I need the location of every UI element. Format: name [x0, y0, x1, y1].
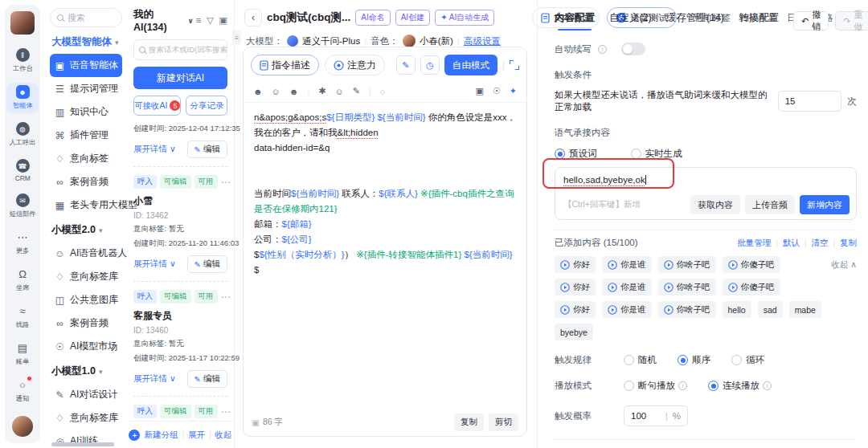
history-button[interactable]: ◷	[420, 55, 440, 75]
radio-realtime-generate[interactable]: 实时生成	[631, 148, 682, 160]
sidebar-item-提示词管理[interactable]: ☰提示词管理	[50, 77, 122, 100]
rail-item-短信部件[interactable]: ✉短信部件	[6, 193, 39, 219]
play-icon[interactable]	[608, 260, 617, 270]
robot-sparkle-icon[interactable]: ☺	[272, 87, 280, 96]
back-button[interactable]: ‹	[244, 9, 262, 26]
ai-list-item[interactable]: 呼入可编辑可用⋯客服专员ID: 13460意向标签: 暂无创建时间: 2025-…	[133, 282, 227, 397]
sort-icon[interactable]: ≡	[196, 15, 201, 26]
chevron-down-icon[interactable]: ∨	[187, 17, 193, 25]
get-content-button[interactable]: 获取内容	[690, 195, 740, 214]
advanced-settings-link[interactable]: 高级设置	[464, 35, 501, 47]
play-icon[interactable]	[608, 283, 617, 292]
preset-words-textarea[interactable]: hello,sad,byebye,ok 【Ctrl+回车键】新增 获取内容 上传…	[555, 167, 857, 220]
ai-list-item[interactable]: 呼入可编辑可用⋯小雪ID: 13462意向标签: 暂无创建时间: 2025-11…	[133, 167, 227, 282]
copy-button[interactable]: 复制	[454, 413, 484, 431]
edit-button[interactable]: ✎编辑	[187, 370, 227, 388]
free-mode-button[interactable]: 自由模式	[444, 55, 497, 75]
sidebar-item-知识中心[interactable]: ▥知识中心	[50, 100, 122, 124]
collapse-tags-link[interactable]: 收起 ∧	[831, 259, 857, 271]
rail-item-账单[interactable]: ▤账单	[6, 341, 39, 367]
preset-word-tag[interactable]: 你好	[555, 301, 596, 318]
play-icon[interactable]	[728, 283, 738, 292]
preset-word-tag[interactable]: 你啥子吧	[658, 256, 716, 273]
play-icon[interactable]	[664, 260, 674, 270]
radio-rule-随机[interactable]: 随机	[624, 354, 657, 366]
person-sparkle-icon[interactable]: ☻	[289, 87, 299, 96]
insert-role-icon[interactable]: ☻	[253, 87, 263, 96]
sidebar-item-案例音频[interactable]: ∞案例音频	[50, 312, 122, 335]
preset-word-tag[interactable]: 你是谁	[602, 301, 652, 318]
sidebar-item-意向标签[interactable]: ♢意向标签	[50, 147, 122, 170]
expand-detail-link[interactable]: 展开详情 ∨	[133, 373, 176, 385]
receivable-ai-button[interactable]: 可接收AI 5	[133, 96, 181, 116]
preset-word-tag[interactable]: 你啥子吧	[658, 279, 716, 295]
sidebar-item-AI语音机器人[interactable]: ☺AI语音机器人	[50, 242, 122, 265]
play-icon[interactable]	[728, 260, 738, 270]
nav-group-大模型智能体[interactable]: 大模型智能体▾	[51, 35, 121, 49]
ai-sparkle-icon[interactable]: ✦	[510, 86, 517, 96]
play-icon[interactable]	[560, 283, 570, 292]
play-icon[interactable]	[608, 305, 617, 315]
add-content-button[interactable]: 新增内容	[800, 195, 850, 214]
trash-icon[interactable]: ▣	[219, 15, 227, 26]
sidebar-item-插件管理[interactable]: ⌘插件管理	[50, 124, 122, 147]
plus-icon[interactable]: +	[129, 430, 140, 441]
image-icon[interactable]: ▣	[476, 86, 484, 96]
upload-audio-button[interactable]: 上传音频	[745, 195, 795, 214]
rail-item-CRM[interactable]: ☎CRM	[6, 159, 39, 182]
play-icon[interactable]	[664, 283, 674, 292]
expand-detail-link[interactable]: 展开详情 ∨	[133, 144, 176, 155]
preset-word-tag[interactable]: mabe	[789, 301, 821, 318]
radio-mode-断句播放[interactable]: 断句播放i	[624, 380, 687, 392]
nav-search-input[interactable]: 搜索	[50, 8, 122, 27]
radio-preset-words[interactable]: 预设词	[555, 148, 597, 160]
edit-button[interactable]: ✎编辑	[187, 255, 227, 273]
added-link-清空[interactable]: 清空	[811, 238, 828, 249]
rail-item-坐席[interactable]: Ω坐席	[6, 267, 39, 293]
config-tab-转接配置[interactable]: 转接配置	[739, 11, 779, 31]
undo-button[interactable]: ↶撤销	[793, 11, 829, 31]
user-avatar-bottom[interactable]	[12, 416, 33, 437]
tab-instruction-description[interactable]: 指令描述	[251, 55, 319, 75]
new-group-button[interactable]: 新建分组	[144, 430, 178, 441]
preset-word-tag[interactable]: 你傻子吧	[723, 279, 780, 295]
ai-list-title[interactable]: 我的AI(134)	[133, 8, 185, 33]
preset-word-tag[interactable]: hello	[723, 301, 751, 318]
preset-word-tag[interactable]: 你啥子吧	[658, 301, 716, 318]
preset-word-tag[interactable]: 你傻子吧	[723, 256, 780, 273]
play-icon[interactable]	[560, 260, 570, 270]
more-icon[interactable]: ⋯	[221, 406, 231, 417]
rail-item-线路[interactable]: ≈线路	[6, 304, 39, 330]
expand-all-button[interactable]: 展开	[188, 430, 205, 441]
rail-item-通知[interactable]: ○通知	[6, 378, 39, 404]
added-link-默认[interactable]: 默认	[783, 238, 800, 249]
preset-word-tag[interactable]: 你好	[555, 256, 596, 273]
preset-word-tag[interactable]: sad	[758, 301, 783, 318]
nav-group-小模型1.0[interactable]: 小模型1.0▾	[51, 365, 121, 378]
sidebar-item-意向标签库[interactable]: ♢意向标签库	[50, 265, 122, 288]
redo-button[interactable]: ↷重做	[835, 11, 868, 31]
more-icon[interactable]: ⋯	[221, 291, 231, 303]
robot-icon[interactable]: ☺	[334, 87, 343, 96]
auto-write-toggle[interactable]	[621, 43, 645, 55]
sidebar-item-语音智能体[interactable]: ▣语音智能体	[50, 54, 122, 77]
preset-word-tag[interactable]: 你是谁	[602, 256, 652, 273]
preset-word-tag[interactable]: 你好	[555, 279, 596, 295]
play-icon[interactable]	[664, 305, 674, 315]
variable-icon[interactable]: ✱	[318, 86, 326, 96]
added-link-复制[interactable]: 复制	[840, 238, 857, 249]
preset-word-tag[interactable]: 你是谁	[602, 279, 652, 295]
panel-resize-handle[interactable]: ≡	[232, 31, 241, 45]
prompt-editor-content[interactable]: n&apos;g&apos;s${日期类型} ${当前时间} 你的角色设定是xx…	[244, 102, 526, 402]
radio-mode-连续播放[interactable]: 连续播放i	[708, 380, 772, 392]
play-icon[interactable]	[560, 305, 570, 315]
sidebar-item-AI对话设计[interactable]: ✎AI对话设计	[50, 383, 122, 406]
share-record-button[interactable]: 分享记录	[186, 96, 227, 116]
filter-icon[interactable]: ▽	[207, 15, 213, 26]
edit-button[interactable]: ✎ 编辑	[187, 141, 227, 158]
sidebar-item-老头专用大模型[interactable]: ▦老头专用大模型	[50, 193, 122, 217]
added-link-批量管理[interactable]: 批量管理	[737, 238, 771, 249]
sidebar-item-公共意图库[interactable]: ◫公共意图库	[50, 288, 122, 312]
expand-detail-link[interactable]: 展开详情 ∨	[133, 259, 176, 270]
cut-button[interactable]: 剪切	[489, 413, 518, 431]
